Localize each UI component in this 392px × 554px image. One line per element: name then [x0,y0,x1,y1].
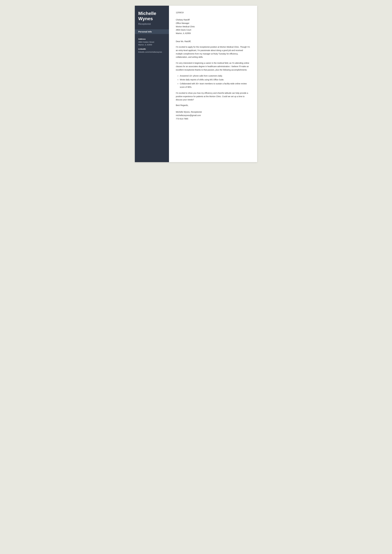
linkedin-label: LinkedIn [138,48,166,50]
applicant-name: Michelle Wynes [138,11,166,21]
signature-email: michellezwynes@gmail.com [176,114,250,117]
bullet-2: Wrote daily reports of shifts using MS O… [180,78,250,82]
bullet-1: Answered 10+ phone calls from customers … [180,74,250,78]
applicant-title: Receptionist [138,23,166,25]
recipient-address1: 2804 Davis Court [176,28,250,32]
recipient-title: Office Manager [176,22,250,25]
personal-info-header: Personal Info [135,29,169,34]
paragraph-2: I'm very interested in beginning a caree… [176,62,250,71]
signature-phone: 773-914-7965 [176,117,250,121]
signature-name: Michelle Wynes, Receptionist [176,110,250,114]
signature-block: Michelle Wynes, Receptionist michellezwy… [176,110,250,120]
bullet-3: Collaborated with 30+ team members to su… [180,82,250,89]
recipient-name: Chelsey Ratcliff [176,18,250,22]
sidebar: Michelle Wynes Receptionist Personal Inf… [135,6,169,162]
accomplishments-list: Answered 10+ phone calls from customers … [176,74,250,89]
letter-body-section: 12/09/19 Chelsey Ratcliff Office Manager… [169,6,257,162]
letter-body: I'm excited to apply for the receptionis… [176,45,250,102]
cover-letter-document: Michelle Wynes Receptionist Personal Inf… [135,6,257,162]
paragraph-3: I'm excited to show you how my efficienc… [176,91,250,102]
salutation: Dear Ms. Ratcliff, [176,40,250,42]
linkedin-value: linkedin.com/michellezwynes [138,51,166,54]
recipient-company: Morton Medical Clinic [176,25,250,28]
recipient-block: Chelsey Ratcliff Office Manager Morton M… [176,18,250,35]
recipient-address2: Marion, IL 62959 [176,32,250,35]
address-value: 4884 Holden Street Marion, IL 62959 [138,41,166,46]
address-label: Address [138,38,166,40]
closing: Best Regards, [176,104,250,106]
paragraph-1: I'm excited to apply for the receptionis… [176,45,250,59]
letter-date: 12/09/19 [176,11,250,14]
